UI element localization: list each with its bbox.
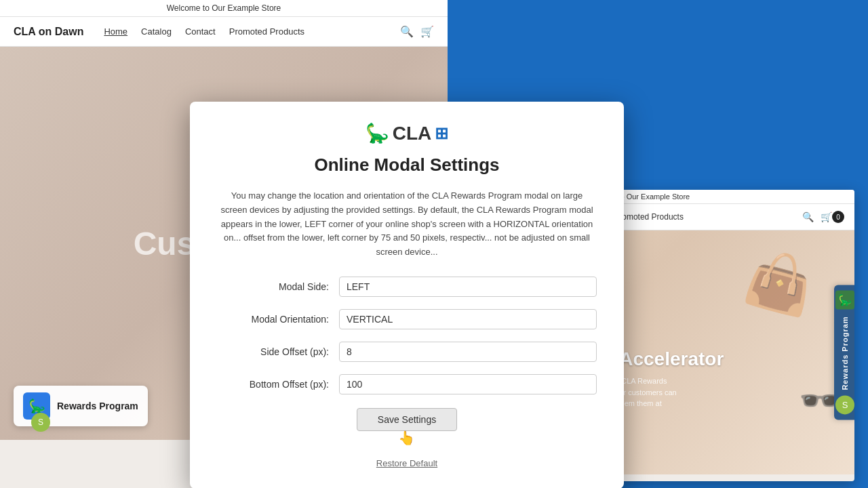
modal-side-label: Modal Side: — [217, 281, 339, 292]
modal-orientation-input[interactable] — [339, 309, 597, 329]
cart-icon-right[interactable]: 🛒 — [821, 211, 832, 222]
shopify-icon-left: S — [31, 413, 50, 432]
cursor-icon: 👆 — [398, 430, 415, 446]
store-left-banner: Welcome to Our Example Store — [0, 0, 448, 17]
rewards-tab-vertical[interactable]: 🦕 Rewards Program S — [834, 285, 854, 420]
modal-title: Online Modal Settings — [217, 155, 597, 176]
store-left-nav: CLA on Dawn Home Catalog Contact Promote… — [0, 17, 448, 47]
store-left-nav-links: Home Catalog Contact Promoted Products — [104, 26, 380, 37]
side-offset-field: Side Offset (px): — [217, 342, 597, 362]
modal-logo: 🦕 CLA ⊞ — [217, 122, 597, 144]
bottom-offset-input[interactable] — [339, 374, 597, 394]
dinosaur-icon: 🦕 — [28, 398, 45, 414]
side-offset-label: Side Offset (px): — [217, 346, 339, 357]
online-modal-settings-dialog: 🦕 CLA ⊞ Online Modal Settings You may ch… — [190, 102, 624, 488]
rewards-badge-left[interactable]: 🦕 Rewards Program S — [14, 386, 148, 426]
rewards-tab-logo-icon: 🦕 — [835, 290, 854, 309]
store-left-nav-catalog[interactable]: Catalog — [141, 26, 172, 37]
cart-icon[interactable]: 🛒 — [420, 25, 434, 38]
bottom-offset-label: Bottom Offset (px): — [217, 379, 339, 390]
modal-side-input[interactable] — [339, 277, 597, 297]
rewards-badge-label: Rewards Program — [57, 401, 138, 411]
store-right-nav-icons: 🔍 🛒 0 — [802, 211, 844, 223]
store-left-nav-promoted[interactable]: Promoted Products — [229, 26, 304, 37]
side-offset-input[interactable] — [339, 342, 597, 362]
modal-description: You may change the location and orientat… — [217, 189, 597, 260]
search-icon[interactable]: 🔍 — [400, 25, 414, 38]
rewards-tab-label: Rewards Program — [841, 316, 849, 390]
store-left-logo: CLA on Dawn — [14, 26, 83, 38]
store-left-nav-home[interactable]: Home — [104, 26, 127, 37]
cart-badge: 0 — [832, 211, 844, 223]
modal-buttons: Save Settings 👆 Restore Default — [217, 408, 597, 468]
store-left-nav-contact[interactable]: Contact — [185, 26, 216, 37]
modal-orientation-field: Modal Orientation: — [217, 309, 597, 329]
logo-cla-text: CLA — [393, 123, 432, 144]
bag-icon: 👜 — [739, 243, 821, 323]
modal-orientation-label: Modal Orientation: — [217, 314, 339, 325]
store-left-nav-icons: 🔍 🛒 — [400, 25, 434, 38]
bottom-offset-field: Bottom Offset (px): — [217, 374, 597, 394]
logo-dinosaur-icon: 🦕 — [366, 122, 389, 144]
dino-tab-icon: 🦕 — [838, 293, 852, 306]
save-settings-button[interactable]: Save Settings — [357, 408, 457, 431]
restore-defaults-button[interactable]: Restore Default — [376, 458, 437, 468]
logo-grid-icon: ⊞ — [435, 124, 448, 143]
search-icon-right[interactable]: 🔍 — [802, 211, 814, 222]
shopify-tab-icon: S — [835, 396, 854, 415]
store-right-nav-promoted[interactable]: Promoted Products — [614, 212, 684, 222]
modal-side-field: Modal Side: — [217, 277, 597, 297]
